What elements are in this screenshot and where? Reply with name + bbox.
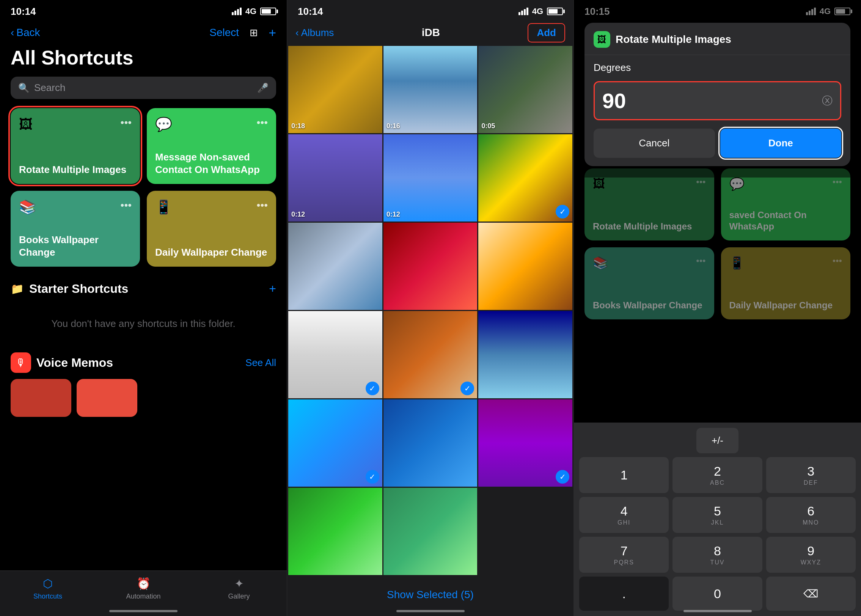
voice-memos-see-all[interactable]: See All xyxy=(245,357,276,369)
numpad-6-sublabel: MNO xyxy=(803,519,819,526)
card-top-daily: 📱 ••• xyxy=(155,199,268,215)
folder-icon: 📁 xyxy=(11,283,24,295)
add-shortcut-button[interactable]: + xyxy=(269,25,276,40)
p3-label-saved: saved Contact On WhatsApp xyxy=(729,209,842,232)
numpad-4-sublabel: GHI xyxy=(617,519,630,526)
automation-nav-label: Automation xyxy=(126,592,160,600)
albums-back-button[interactable]: ‹ Albums xyxy=(295,27,334,39)
numpad-2[interactable]: 2ABC xyxy=(672,457,762,493)
cancel-button[interactable]: Cancel xyxy=(594,129,715,158)
modal-clear-button[interactable]: ⓧ xyxy=(822,94,833,108)
battery-icon-1 xyxy=(260,8,276,15)
shortcut-card-daily[interactable]: 📱 ••• Daily Wallpaper Change xyxy=(147,191,276,267)
voice-memos-header: 🎙 Voice Memos See All xyxy=(11,352,276,373)
photo-cell-p15[interactable]: ✓ xyxy=(478,399,572,487)
numpad-backspace[interactable]: ⌫ xyxy=(766,577,856,611)
photo-check-p13: ✓ xyxy=(366,470,379,484)
photo-cell-p11[interactable]: ✓ xyxy=(383,311,478,398)
modal-app-icon: 🖼 xyxy=(594,31,610,48)
status-icons-2: 4G xyxy=(518,6,563,16)
card-more-message[interactable]: ••• xyxy=(257,116,268,129)
card-label-rotate: Rotate Multiple Images xyxy=(19,163,132,176)
photo-duration-p5: 0:12 xyxy=(387,211,400,218)
photo-cell-p1[interactable]: 0:18 xyxy=(288,46,382,133)
status-bar-1: 10:14 4G xyxy=(0,0,287,20)
photo-cell-p8[interactable] xyxy=(383,223,478,310)
nav-automation[interactable]: ⏰ Automation xyxy=(96,577,191,602)
numpad: +/- 12ABC3DEF4GHI5JKL6MNO7PQRS8TUV9WXYZ.… xyxy=(574,423,861,616)
photo-cell-p14[interactable] xyxy=(383,399,478,487)
done-button[interactable]: Done xyxy=(720,129,842,158)
numpad-2-sublabel: ABC xyxy=(710,479,725,486)
numpad-3-sublabel: DEF xyxy=(804,479,818,486)
p3-label-books: Books Wallpaper Change xyxy=(593,300,706,311)
numpad-8[interactable]: 8TUV xyxy=(672,537,762,573)
plus-minus-button[interactable]: +/- xyxy=(696,428,738,453)
photo-cell-p7[interactable] xyxy=(288,223,382,310)
add-button[interactable]: Add xyxy=(528,23,565,42)
photo-cell-p5[interactable]: 0:12 xyxy=(383,134,478,222)
photo-cell-p12[interactable] xyxy=(478,311,572,398)
card-more-books[interactable]: ••• xyxy=(121,199,132,211)
numpad-3-label: 3 xyxy=(807,464,814,479)
photo-cell-p4[interactable]: 0:12 xyxy=(288,134,382,222)
card-more-daily[interactable]: ••• xyxy=(257,199,268,211)
numpad-3[interactable]: 3DEF xyxy=(766,457,856,493)
home-indicator-1 xyxy=(109,610,178,612)
starter-shortcuts-add[interactable]: + xyxy=(269,282,276,296)
photo-cell-p16[interactable] xyxy=(288,488,382,575)
photo-cell-p10[interactable]: ✓ xyxy=(288,311,382,398)
numpad-7-label: 7 xyxy=(621,544,628,558)
numpad-9[interactable]: 9WXYZ xyxy=(766,537,856,573)
shortcut-card-books[interactable]: 📚 ••• Books Wallpaper Change xyxy=(11,191,140,267)
page-title: All Shortcuts xyxy=(11,46,276,69)
vm-card-1[interactable] xyxy=(11,379,71,417)
back-label-1: Back xyxy=(16,27,40,39)
photo-duration-p4: 0:12 xyxy=(291,211,305,218)
voice-memos-title: Voice Memos xyxy=(36,356,113,370)
shortcut-card-rotate[interactable]: 🖼 ••• Rotate Multiple Images xyxy=(11,108,140,184)
p3-card-top-rotate: 🖼 ••• xyxy=(593,177,706,191)
numpad-0[interactable]: 0 xyxy=(672,577,762,611)
numpad-9-sublabel: WXYZ xyxy=(801,559,821,566)
nav-gallery[interactable]: ✦ Gallery xyxy=(191,577,287,602)
search-input[interactable]: Search xyxy=(34,82,253,94)
nav-right-1: Select ⊞ + xyxy=(209,25,276,40)
photo-cell-p13[interactable]: ✓ xyxy=(288,399,382,487)
photo-cell-p6[interactable]: ✓ xyxy=(478,134,572,222)
card-more-rotate[interactable]: ••• xyxy=(121,116,132,129)
photo-cell-p3[interactable]: 0:05 xyxy=(478,46,572,133)
shortcut-card-message[interactable]: 💬 ••• Message Non-saved Contact On Whats… xyxy=(147,108,276,184)
mic-icon[interactable]: 🎤 xyxy=(257,83,269,93)
numpad-4[interactable]: 4GHI xyxy=(579,497,669,533)
network-type-1: 4G xyxy=(245,6,256,16)
status-icons-1: 4G xyxy=(232,6,276,16)
grid-view-button[interactable]: ⊞ xyxy=(250,27,258,39)
battery-icon-2 xyxy=(547,8,563,15)
select-button[interactable]: Select xyxy=(209,27,239,39)
numpad-decimal[interactable]: . xyxy=(579,577,669,611)
p3-card-top-daily: 📱 ••• xyxy=(729,256,842,270)
nav-shortcuts[interactable]: ⬡ Shortcuts xyxy=(0,577,96,602)
vm-card-2[interactable] xyxy=(77,379,137,417)
back-button-1[interactable]: ‹ Back xyxy=(11,27,40,39)
photo-cell-p9[interactable] xyxy=(478,223,572,310)
numpad-5[interactable]: 5JKL xyxy=(672,497,762,533)
photo-cell-p17[interactable] xyxy=(383,488,478,575)
empty-folder-message: You don't have any shortcuts in this fol… xyxy=(0,303,287,345)
photo-cell-p2[interactable]: 0:16 xyxy=(383,46,478,133)
modal-input-row[interactable]: 90 ⓧ xyxy=(594,81,841,120)
p3-card-books: 📚 ••• Books Wallpaper Change xyxy=(584,247,714,319)
numpad-7[interactable]: 7PQRS xyxy=(579,537,669,573)
signal-icon-1 xyxy=(232,8,242,15)
nav-bar-1: ‹ Back Select ⊞ + xyxy=(0,20,287,45)
p3-card-top-saved: 💬 ••• xyxy=(729,177,842,191)
show-selected-button[interactable]: Show Selected (5) xyxy=(287,589,573,601)
modal-app-title: Rotate Multiple Images xyxy=(616,33,731,46)
numpad-6[interactable]: 6MNO xyxy=(766,497,856,533)
page-title-area: All Shortcuts xyxy=(0,45,287,77)
search-bar[interactable]: 🔍 Search 🎤 xyxy=(11,77,276,99)
shortcuts-grid: 🖼 ••• Rotate Multiple Images 💬 ••• Messa… xyxy=(0,108,287,278)
p3-icon-books: 📚 xyxy=(593,256,608,270)
numpad-1[interactable]: 1 xyxy=(579,457,669,493)
